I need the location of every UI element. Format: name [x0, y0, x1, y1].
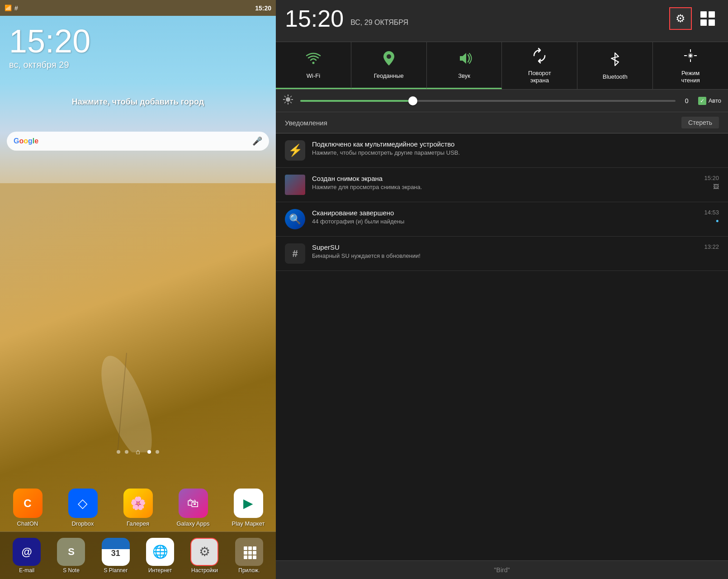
snote-dock-icon: S [57, 538, 85, 566]
scanner-notif-content: Сканирование завершено 44 фотография (и)… [312, 209, 697, 225]
splanner-dock-icon: 31 [102, 538, 130, 566]
left-panel: 📶 # 15:20 15:20 вс, октября 29 Нажмите, … [0, 0, 276, 579]
internet-dock-icon: 🌐 [146, 538, 174, 566]
svg-rect-3 [248, 546, 252, 550]
status-icons-left: 📶 # [5, 5, 18, 12]
dock-splanner[interactable]: 31 S Planner [96, 538, 135, 574]
internet-dock-label: Интернет [148, 567, 172, 574]
app-play-market[interactable]: ▶ Play Маркет [226, 489, 271, 527]
svg-rect-11 [700, 11, 707, 18]
grid-button[interactable] [696, 7, 719, 30]
page-dot-3[interactable] [147, 450, 151, 454]
dock-internet[interactable]: 🌐 Интернет [141, 538, 180, 574]
bottom-bar: "Bird" [276, 560, 728, 579]
auto-label: Авто [709, 97, 721, 104]
weather-date: вс, октября 29 [9, 60, 267, 70]
screenshot-time-icon: 🖼 [713, 183, 719, 190]
brightness-auto[interactable]: ✓ Авто [698, 97, 721, 105]
qs-sound[interactable]: Звук [427, 42, 502, 89]
app-dropbox[interactable]: ◇ Dropbox [60, 489, 105, 527]
screenshot-notif-icon [285, 175, 305, 195]
qs-location[interactable]: Геоданные [351, 42, 427, 89]
reading-mode-qs-label: Режимчтения [681, 70, 700, 84]
dock-apps[interactable]: Прилож. [230, 538, 268, 574]
rotate-qs-icon [531, 47, 548, 67]
qs-reading-mode[interactable]: Режимчтения [653, 42, 728, 89]
location-qs-label: Геоданные [374, 72, 404, 80]
app-chaton[interactable]: C ChatON [5, 489, 50, 527]
svg-point-15 [312, 62, 314, 64]
header-top: 15:20 ВС, 29 ОКТЯБРЯ ⚙ [285, 7, 719, 30]
page-dot-1[interactable] [117, 450, 120, 454]
status-bar-left: 📶 # 15:20 [0, 0, 276, 16]
gallery-label: Галерея [127, 520, 149, 527]
home-button-indicator[interactable]: ⌂ [133, 447, 143, 457]
brightness-row: 0 ✓ Авто [276, 90, 728, 112]
weather-city-prompt[interactable]: Нажмите, чтобы добавить город [0, 90, 276, 114]
settings-gear-button[interactable]: ⚙ [669, 7, 692, 30]
svg-line-29 [284, 96, 286, 97]
page-dot-2[interactable] [125, 450, 128, 454]
page-dot-4[interactable] [156, 450, 159, 454]
notifications-header: Уведомления Стереть [276, 112, 728, 133]
wifi-qs-icon [305, 50, 321, 70]
svg-rect-6 [248, 551, 252, 555]
notification-list: ⚡ Подключено как мультимедийное устройст… [276, 133, 728, 560]
dropbox-icon: ◇ [68, 489, 98, 518]
scanner-notif-icon: 🔍 [285, 209, 305, 229]
dock-settings[interactable]: ⚙ Настройки [185, 538, 224, 574]
header-time: 15:20 [285, 7, 344, 30]
reading-mode-qs-icon [682, 47, 699, 67]
bluetooth-qs-label: Bluetooth [603, 73, 628, 81]
dock-email[interactable]: @ E-mail [8, 538, 46, 574]
svg-rect-12 [709, 11, 715, 18]
usb-notif-icon: ⚡ [285, 140, 305, 161]
svg-rect-7 [253, 551, 256, 555]
screenshot-notif-content: Создан снимок экрана Нажмите для просмот… [312, 175, 697, 190]
auto-checkbox[interactable]: ✓ [698, 97, 706, 105]
settings-dock-icon: ⚙ [190, 538, 218, 566]
notification-scanner[interactable]: 🔍 Сканирование завершено 44 фотография (… [276, 202, 728, 237]
brightness-fill [300, 100, 413, 102]
app-gallery[interactable]: 🌸 Галерея [115, 489, 161, 527]
dock: @ E-mail S S Note 31 S Planner 🌐 Интерне… [0, 532, 276, 579]
supersu-notif-body: Бинарный SU нуждается в обновлении! [312, 252, 697, 259]
weather-time: 15:20 [9, 25, 267, 57]
brightness-thumb[interactable] [408, 96, 417, 105]
notification-usb[interactable]: ⚡ Подключено как мультимедийное устройст… [276, 133, 728, 168]
dock-snote[interactable]: S S Note [52, 538, 90, 574]
scanner-time-value: 14:53 [704, 209, 719, 216]
screenshot-notif-title: Создан снимок экрана [312, 175, 697, 182]
header-time-date: 15:20 ВС, 29 ОКТЯБРЯ [285, 7, 408, 30]
qs-wifi[interactable]: Wi-Fi [276, 42, 351, 89]
notification-supersu[interactable]: # SuperSU Бинарный SU нуждается в обновл… [276, 237, 728, 271]
bottom-bar-text: "Bird" [494, 566, 510, 574]
svg-line-30 [290, 102, 292, 103]
svg-rect-13 [700, 19, 707, 26]
scanner-notif-title: Сканирование завершено [312, 209, 697, 217]
supersu-notif-icon: # [285, 243, 305, 264]
search-mic-icon[interactable]: 🎤 [252, 136, 262, 146]
app-galaxy-apps[interactable]: 🛍 Galaxy Apps [170, 489, 216, 527]
svg-point-19 [689, 54, 692, 57]
svg-line-32 [284, 102, 286, 103]
notification-screenshot[interactable]: Создан снимок экрана Нажмите для просмот… [276, 168, 728, 202]
supersu-notif-title: SuperSU [312, 243, 697, 251]
usb-notif-title: Подключено как мультимедийное устройство [312, 140, 719, 148]
search-bar[interactable]: Google 🎤 [7, 132, 269, 151]
svg-rect-5 [244, 551, 247, 555]
notifications-icon: # [14, 5, 18, 12]
svg-rect-4 [253, 546, 256, 550]
sound-qs-icon [456, 50, 473, 70]
svg-marker-17 [460, 53, 466, 64]
notification-header: 15:20 ВС, 29 ОКТЯБРЯ ⚙ [276, 0, 728, 42]
brightness-slider[interactable] [300, 100, 676, 102]
qs-bluetooth[interactable]: Bluetooth [577, 42, 653, 89]
notifications-title: Уведомления [285, 119, 327, 127]
dropbox-label: Dropbox [71, 520, 94, 527]
galaxy-apps-label: Galaxy Apps [177, 520, 210, 527]
qs-rotate[interactable]: Поворотэкрана [502, 42, 577, 89]
screenshot-notif-time: 15:20 🖼 [704, 175, 719, 190]
clear-notifications-button[interactable]: Стереть [681, 117, 719, 128]
wifi-icon-status: 📶 [5, 5, 12, 11]
